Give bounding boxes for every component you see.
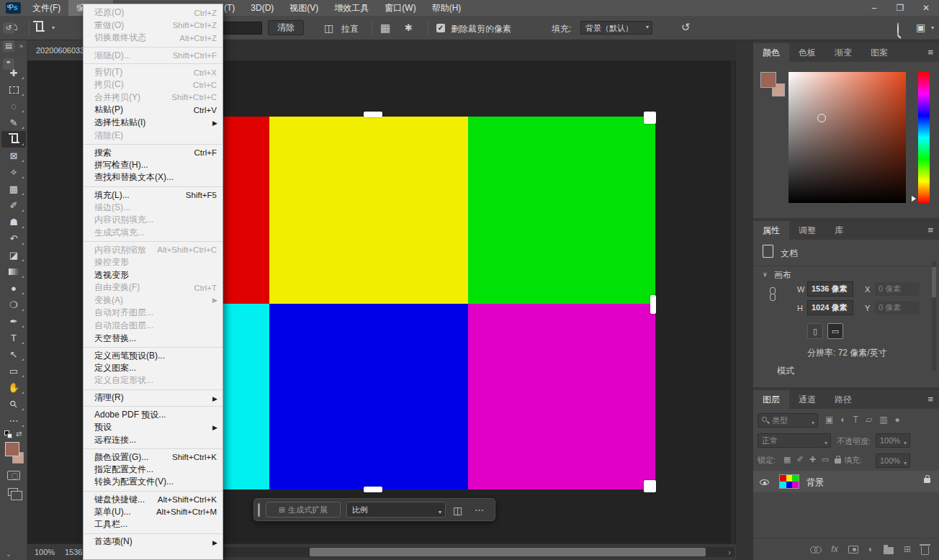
width-input[interactable]: 1536 像素: [807, 281, 853, 297]
layer-effects-icon[interactable]: fx: [831, 544, 837, 554]
edit-menu-item[interactable]: 菜单(U)... Alt+Shift+Ctrl+M ▶: [84, 505, 223, 518]
edit-menu-item[interactable]: 合并拷贝(Y) Shift+Ctrl+C ▶: [84, 91, 223, 104]
new-layer-icon[interactable]: ⊞: [904, 544, 911, 554]
dodge-tool[interactable]: ❍: [1, 297, 26, 313]
panel-menu-icon[interactable]: ≡: [927, 225, 933, 235]
overlay-grid-icon[interactable]: ▦: [380, 22, 390, 35]
fill-dropdown[interactable]: 100% ▾: [876, 453, 910, 468]
edit-menu-item[interactable]: 指定配置文件... ▶: [84, 464, 223, 477]
marquee-tool[interactable]: ▢: [1, 81, 26, 98]
link-dimensions-icon[interactable]: [770, 287, 776, 300]
panel-tab[interactable]: 图层: [753, 390, 789, 409]
lock-position-icon[interactable]: ✚: [809, 455, 816, 464]
edit-menu-item[interactable]: 选择性粘贴(I) ▶: [84, 117, 223, 130]
search-icon[interactable]: [897, 22, 899, 36]
edit-menu-item[interactable]: 重做(O) Shift+Ctrl+Z ▶: [84, 19, 223, 32]
edit-menu-item[interactable]: 粘贴(P) Ctrl+V ▶: [84, 104, 223, 117]
reset-icon[interactable]: ↺: [681, 21, 691, 34]
lock-transparent-icon[interactable]: ▦: [783, 455, 791, 464]
edit-menu-item[interactable]: 清除(E) ▶: [84, 129, 223, 142]
edit-menu-item[interactable]: 定义自定形状... ▶: [84, 374, 223, 387]
chevron-down-icon[interactable]: ▾: [52, 24, 55, 31]
panel-tab[interactable]: 渐变: [825, 43, 861, 62]
hue-slider-pointer[interactable]: [912, 196, 916, 202]
vertical-scrollbar[interactable]: [731, 60, 735, 543]
opacity-dropdown[interactable]: 100% ▾: [876, 433, 910, 448]
edit-menu-item[interactable]: 搜索 Ctrl+F ▶: [84, 144, 223, 159]
filter-type-icon[interactable]: T: [853, 415, 858, 425]
delete-cropped-checkbox[interactable]: ✓: [436, 24, 445, 32]
filter-pixel-icon[interactable]: ▣: [825, 415, 833, 425]
zoom-tool[interactable]: ⚲: [1, 396, 26, 412]
straighten-icon[interactable]: ◫: [324, 22, 333, 34]
crop-handle-bottom-right[interactable]: [644, 480, 656, 492]
edit-menu-item[interactable]: 清理(R) ▶: [84, 389, 223, 405]
pen-tool[interactable]: ✒: [1, 313, 26, 330]
color-field-cursor[interactable]: [817, 114, 826, 122]
default-colors-icon[interactable]: [7, 433, 12, 438]
menubar-item[interactable]: 帮助(H): [424, 0, 470, 16]
edit-menu-item[interactable]: 内容识别缩放 Alt+Shift+Ctrl+C ▶: [84, 241, 223, 256]
scroll-right-icon[interactable]: ›: [728, 548, 731, 556]
edit-menu-item[interactable]: 工具栏... ▶: [84, 518, 223, 531]
lock-all-icon[interactable]: [835, 459, 841, 464]
chevron-down-icon[interactable]: ▾: [931, 24, 934, 31]
collapse-panels-icon[interactable]: «: [0, 2, 17, 10]
edit-menu-item[interactable]: 拷贝(C) Ctrl+C ▶: [84, 78, 223, 91]
edit-menu-item[interactable]: 定义图案... ▶: [84, 361, 223, 374]
menubar-item[interactable]: 窗口(W): [377, 0, 423, 16]
menubar-item[interactable]: 视图(V): [282, 0, 326, 16]
edit-menu-item[interactable]: 天空替换... ▶: [84, 332, 223, 345]
minimize-button[interactable]: –: [861, 0, 887, 16]
quick-selection-tool[interactable]: ✎: [1, 114, 26, 131]
menubar-item[interactable]: 3D(D): [243, 0, 282, 16]
more-tools[interactable]: ⋯: [1, 412, 26, 429]
panel-menu-icon[interactable]: ≡: [927, 394, 933, 405]
eyedropper-tool[interactable]: ✧: [1, 164, 26, 181]
crop-tool-icon[interactable]: [36, 23, 45, 32]
restore-button[interactable]: ❐: [887, 0, 913, 16]
new-group-icon[interactable]: [884, 547, 894, 554]
edit-menu-item[interactable]: 远程连接... ▶: [84, 433, 223, 446]
portrait-orientation-button[interactable]: ▯: [807, 323, 823, 339]
collapse-section-icon[interactable]: ∨: [763, 271, 768, 278]
expand-toolbar-icon[interactable]: »: [19, 42, 23, 50]
foreground-color-swatch[interactable]: [5, 442, 19, 456]
edit-menu-item[interactable]: 操控变形 ▶: [84, 256, 223, 269]
height-input[interactable]: 1024 像素: [807, 300, 853, 315]
edit-menu-item[interactable]: 键盘快捷键... Alt+Shift+Ctrl+K ▶: [84, 491, 223, 506]
edit-menu-item[interactable]: 首选项(N) ▶: [84, 533, 223, 548]
zoom-level[interactable]: 100%: [35, 548, 55, 556]
blur-tool[interactable]: ●: [1, 280, 26, 297]
edit-menu-item[interactable]: 切换最终状态 Alt+Ctrl+Z ▶: [84, 32, 223, 45]
panel-scrollbar[interactable]: [932, 261, 936, 371]
straighten-icon[interactable]: ◫: [453, 505, 462, 516]
generative-expand-button[interactable]: ⊞ 生成式扩展: [266, 502, 341, 518]
blend-mode-dropdown[interactable]: 正常 ▾: [758, 433, 831, 448]
frame-tool[interactable]: ⊠: [1, 148, 26, 164]
more-options-icon[interactable]: ⋯: [475, 505, 484, 515]
fill-dropdown[interactable]: 背景（默认） ▾: [580, 21, 652, 35]
edit-menu-item[interactable]: 预设 ▶: [84, 421, 223, 434]
scrollbar-thumb[interactable]: [310, 548, 706, 556]
libraries-icon[interactable]: ▤: [3, 40, 14, 52]
path-select-tool[interactable]: ↖: [1, 346, 26, 363]
add-mask-icon[interactable]: [848, 546, 858, 554]
filter-adjustment-icon[interactable]: ◐: [840, 415, 845, 425]
eraser-tool[interactable]: ◪: [1, 247, 26, 263]
foreground-color-swatch[interactable]: [760, 72, 776, 88]
straighten-label[interactable]: 拉直: [341, 23, 359, 35]
layer-row[interactable]: 背景: [753, 471, 939, 492]
clear-button[interactable]: 清除: [268, 20, 304, 35]
landscape-orientation-button[interactable]: ▭: [827, 323, 843, 339]
quick-mask-icon[interactable]: [7, 471, 20, 480]
crop-tool[interactable]: ⊡: [1, 131, 26, 148]
panel-tab[interactable]: 库: [825, 221, 853, 240]
ratio-dropdown[interactable]: 比例 ▾: [346, 502, 446, 518]
link-layers-icon[interactable]: [810, 546, 821, 552]
edit-menu-item[interactable]: 自由变换(F) Ctrl+T ▶: [84, 281, 223, 294]
edit-menu-item[interactable]: 渐隐(D)... Shift+Ctrl+F ▶: [84, 47, 223, 62]
drag-handle[interactable]: [258, 503, 260, 517]
canvas-section-label[interactable]: 画布: [774, 269, 791, 281]
delete-cropped-label[interactable]: 删除裁剪的像素: [451, 23, 511, 35]
